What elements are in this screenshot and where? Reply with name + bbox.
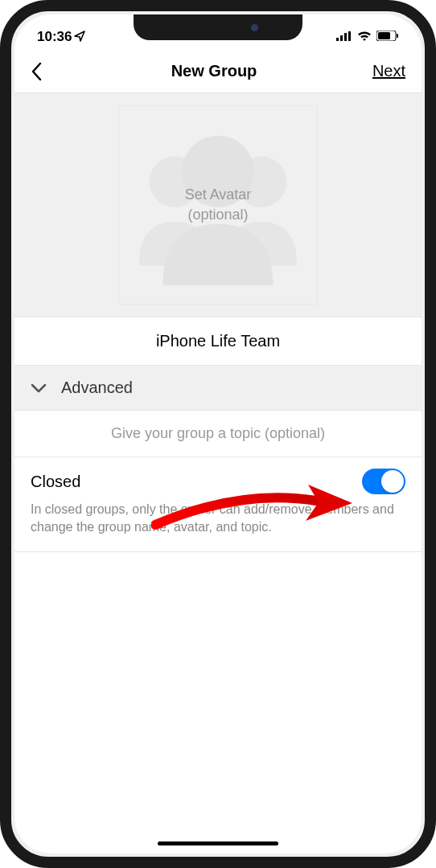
group-name-input[interactable]: iPhone Life Team <box>14 317 422 366</box>
avatar-label-line1: Set Avatar <box>185 185 252 205</box>
nav-bar: New Group Next <box>14 50 422 93</box>
status-time: 10:36 <box>37 29 72 45</box>
cellular-icon <box>336 29 352 45</box>
svg-rect-1 <box>340 35 343 41</box>
svg-rect-5 <box>378 32 390 39</box>
svg-rect-6 <box>397 34 398 38</box>
page-title: New Group <box>63 62 365 80</box>
closed-toggle[interactable] <box>362 469 405 494</box>
closed-label: Closed <box>31 473 80 491</box>
chevron-down-icon <box>31 379 47 397</box>
battery-icon <box>376 29 399 45</box>
svg-rect-0 <box>336 38 339 41</box>
advanced-toggle-row[interactable]: Advanced <box>14 366 422 411</box>
svg-rect-3 <box>348 31 351 41</box>
closed-section: Closed In closed groups, only the owner … <box>14 457 422 552</box>
next-button[interactable]: Next <box>365 62 405 80</box>
avatar-picker[interactable]: Set Avatar (optional) <box>14 93 422 317</box>
closed-description: In closed groups, only the owner can add… <box>31 501 405 537</box>
avatar-label-line2: (optional) <box>185 205 252 225</box>
home-indicator[interactable] <box>158 841 278 845</box>
wifi-icon <box>357 29 372 45</box>
location-icon <box>74 31 85 44</box>
back-button[interactable] <box>31 55 63 88</box>
advanced-label: Advanced <box>61 379 133 397</box>
topic-input[interactable]: Give your group a topic (optional) <box>14 411 422 457</box>
svg-rect-2 <box>344 33 347 41</box>
